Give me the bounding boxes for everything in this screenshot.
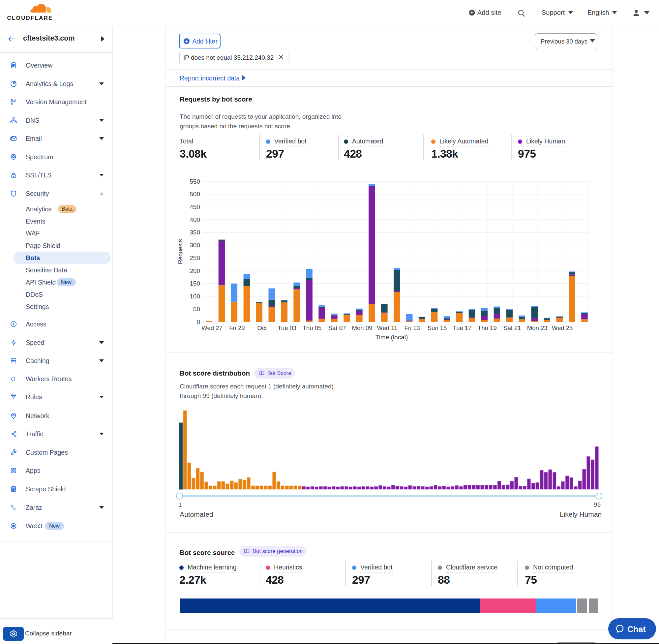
svg-text:Thu 05: Thu 05 (303, 324, 322, 331)
svg-text:200: 200 (190, 268, 200, 274)
svg-text:0: 0 (196, 319, 200, 325)
svg-text:Wed 27: Wed 27 (202, 324, 222, 331)
svg-text:450: 450 (190, 204, 200, 210)
svg-text:Mon 09: Mon 09 (352, 324, 373, 331)
svg-text:Requests: Requests (177, 239, 184, 264)
svg-text:Oct: Oct (257, 324, 267, 331)
svg-text:Mon 23: Mon 23 (527, 324, 547, 331)
svg-text:50: 50 (193, 306, 200, 313)
svg-text:150: 150 (190, 280, 200, 287)
svg-text:Fri 29: Fri 29 (229, 324, 244, 331)
svg-text:Wed 11: Wed 11 (377, 324, 397, 331)
svg-text:Tue 17: Tue 17 (453, 324, 472, 331)
svg-text:550: 550 (190, 178, 200, 185)
svg-text:250: 250 (190, 255, 200, 261)
svg-text:100: 100 (190, 293, 200, 300)
svg-text:Sat 21: Sat 21 (503, 324, 521, 331)
svg-text:500: 500 (190, 190, 200, 198)
svg-text:350: 350 (190, 229, 200, 236)
svg-text:Wed 25: Wed 25 (552, 324, 573, 331)
svg-text:Tue 03: Tue 03 (278, 324, 297, 331)
svg-text:Time (local): Time (local) (376, 334, 408, 341)
svg-text:300: 300 (190, 242, 200, 249)
svg-text:Fri 13: Fri 13 (404, 324, 420, 331)
svg-text:Sun 15: Sun 15 (428, 324, 447, 331)
svg-text:Sat 07: Sat 07 (328, 324, 346, 331)
svg-text:Thu 19: Thu 19 (478, 324, 497, 331)
svg-text:400: 400 (190, 216, 200, 223)
